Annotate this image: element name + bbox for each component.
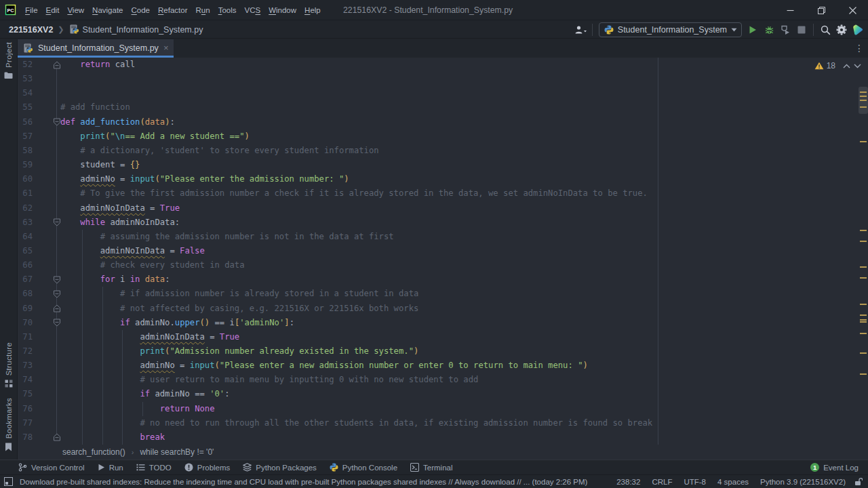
space-plugin-icon[interactable] [850,22,866,37]
menu-tools[interactable]: Tools [214,0,241,20]
code-line-52[interactable]: 52 return call [18,58,868,73]
code-line-73[interactable]: 73 adminNo = input("Please enter a new a… [18,359,868,373]
code-line-58[interactable]: 58 # a dictionary, 'student' to store ev… [18,144,868,159]
status-indent-style[interactable]: 4 spaces [717,478,749,486]
menu-file[interactable]: File [21,0,42,20]
warning-stripe-mark[interactable] [860,304,867,305]
code-line-67[interactable]: 67 for i in data: [18,272,868,287]
close-tab-icon[interactable]: × [163,43,169,53]
code-line-74[interactable]: 74 # user return to main menu by inputti… [18,373,868,388]
code-line-71[interactable]: 71 adminNoInData = True [18,330,868,345]
status-line-separator[interactable]: CRLF [652,478,672,486]
status-interpreter[interactable]: Python 3.9 (221516XV2) [760,478,846,486]
code-line-61[interactable]: 61 # To give the first admission number … [18,186,868,201]
status-message[interactable]: Download pre-built shared indexes: Reduc… [20,478,587,486]
breadcrumb-item[interactable]: search_function() [62,447,125,457]
warning-stripe-mark[interactable] [860,314,867,316]
warning-stripe-mark[interactable] [860,100,867,101]
warning-stripe-mark[interactable] [860,373,867,375]
previous-warning-icon[interactable] [843,64,850,68]
status-caret-position[interactable]: 238:32 [616,478,640,486]
menu-vcs[interactable]: VCS [240,0,264,20]
close-button[interactable] [837,0,868,20]
code-line-68[interactable]: 68 # if admission number is already stor… [18,287,868,302]
code-line-64[interactable]: 64 # assuming the admission number is no… [18,230,868,245]
warning-stripe-mark[interactable] [860,321,867,323]
toolwindow-python-packages[interactable]: Python Packages [243,463,317,472]
run-button[interactable] [745,22,761,37]
code-line-53[interactable]: 53 [18,72,868,87]
menu-code[interactable]: Code [127,0,155,20]
code-line-60[interactable]: 60 adminNo = input("Please enter the adm… [18,172,868,187]
tab-options-kebab-icon[interactable]: ⋮ [854,43,864,54]
menu-refactor[interactable]: Refactor [154,0,191,20]
warning-stripe-mark[interactable] [860,277,867,279]
line-number: 69 [18,302,33,316]
code-line-72[interactable]: 72 print("Admission number already exist… [18,344,868,359]
warning-stripe-mark[interactable] [860,92,867,93]
code-line-70[interactable]: 70 if adminNo.upper() == i['adminNo']: [18,316,868,331]
breadcrumb-file[interactable]: Student_Information_System.py [83,25,203,35]
warning-stripe-mark[interactable] [860,96,867,97]
warning-stripe-mark[interactable] [860,106,867,108]
menu-help[interactable]: Help [300,0,325,20]
editor-tab[interactable]: Student_Information_System.py × [18,39,174,58]
tool-window-layout-icon[interactable] [4,477,13,486]
warning-stripe-mark[interactable] [860,266,867,268]
stripe-button-structure[interactable]: Structure [0,342,17,388]
debug-button[interactable] [761,22,777,37]
warning-stripe-mark[interactable] [860,333,867,334]
menu-run[interactable]: Run [192,0,214,20]
toolwindow-todo[interactable]: TODO [136,464,172,472]
stop-button[interactable] [793,22,810,37]
code-line-77[interactable]: 77 # no need to run through all the othe… [18,416,868,431]
toolwindow-terminal[interactable]: Terminal [410,463,452,472]
error-stripe-scrollbar[interactable] [859,58,868,445]
warning-stripe-mark[interactable] [860,241,867,242]
code-editor[interactable]: 52 return call535455# add function56def … [18,58,868,445]
search-everywhere-icon[interactable] [817,22,833,37]
code-line-75[interactable]: 75 if adminNo == '0': [18,387,868,402]
code-line-78[interactable]: 78 break [18,430,868,445]
restore-button[interactable] [806,0,837,20]
menu-view[interactable]: View [63,0,88,20]
breadcrumb-project[interactable]: 221516XV2 [9,25,53,35]
code-line-66[interactable]: 66 # check every student in data [18,258,868,273]
code-line-55[interactable]: 55# add function [18,100,868,115]
toolwindow-version-control[interactable]: Version Control [18,463,85,472]
line-number: 53 [18,72,33,86]
warning-stripe-mark[interactable] [860,141,867,142]
code-line-59[interactable]: 59 student = {} [18,158,868,173]
code-line-69[interactable]: 69 # not affected by casing, e.g. 221516… [18,302,868,317]
code-line-65[interactable]: 65 adminNoInData = False [18,244,868,259]
code-line-76[interactable]: 76 return None [18,402,868,417]
menu-edit[interactable]: Edit [42,0,64,20]
collaborate-icon[interactable] [572,22,589,37]
status-encoding[interactable]: UTF-8 [684,478,706,486]
code-line-56[interactable]: 56def add_function(data): [18,115,868,130]
breadcrumb-item[interactable]: while searchBy != '0' [140,447,214,457]
code-line-63[interactable]: 63 while adminNoInData: [18,216,868,230]
stripe-button-bookmarks[interactable]: Bookmarks [0,398,17,451]
minimize-button[interactable] [774,0,806,20]
menu-navigate[interactable]: Navigate [88,0,127,20]
code-line-57[interactable]: 57 print("\n== Add a new student ==") [18,129,868,144]
stripe-button-project[interactable]: Project [0,42,17,79]
toolwindow-run[interactable]: Run [98,464,123,472]
code-line-54[interactable]: 54 [18,86,868,101]
inspections-widget[interactable]: 18 [814,61,861,70]
warning-stripe-mark[interactable] [860,319,867,321]
event-log-button[interactable]: 1 Event Log [810,463,859,472]
todo-icon [136,464,145,471]
code-line-62[interactable]: 62 adminNoInData = True [18,201,868,216]
toolwindow-problems[interactable]: Problems [184,463,231,472]
warning-stripe-mark[interactable] [860,230,867,231]
toolbar-divider [592,24,593,36]
menu-window[interactable]: Window [264,0,300,20]
run-with-coverage-button[interactable] [777,22,793,37]
toolwindow-python-console[interactable]: Python Console [330,463,397,472]
settings-gear-icon[interactable] [833,22,850,37]
unlock-icon[interactable] [854,477,863,486]
run-configuration-select[interactable]: Student_Information_System [599,22,742,37]
warning-stripe-mark[interactable] [860,352,867,354]
